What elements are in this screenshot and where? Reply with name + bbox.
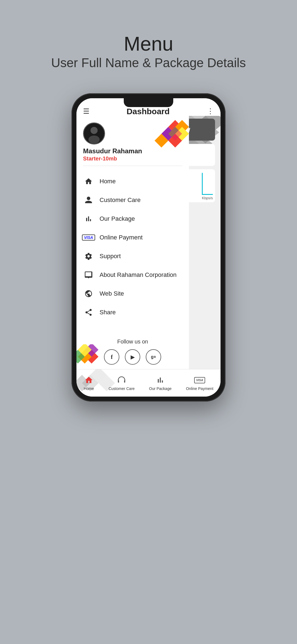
menu-item-share[interactable]: Share <box>80 303 186 322</box>
bottom-nav: Home Customer Care Our Package <box>76 369 221 397</box>
follow-title: Follow us on <box>80 339 186 345</box>
about-icon <box>83 269 94 280</box>
phone-frame: ☰ Dashboard ⋮ <box>72 93 226 402</box>
diamond-pattern-bottom <box>76 344 104 369</box>
online-payment-label: Online Payment <box>100 234 143 241</box>
menu-item-home[interactable]: Home <box>80 172 186 191</box>
nav-online-payment-icon: VISA <box>194 375 205 385</box>
youtube-button[interactable]: ▶ <box>125 349 140 365</box>
share-label: Share <box>100 309 116 316</box>
online-payment-icon: VISA <box>83 232 94 243</box>
nav-item-customer-care[interactable]: Customer Care <box>109 375 135 391</box>
customer-care-icon <box>83 195 94 206</box>
facebook-icon: f <box>111 353 113 361</box>
page-title: Menu User Full Name & Package Details <box>51 33 246 71</box>
nav-online-payment-label: Online Payment <box>186 386 213 391</box>
hamburger-icon[interactable]: ☰ <box>83 107 89 116</box>
nav-home-icon <box>84 375 94 385</box>
google-plus-icon: g+ <box>151 354 156 359</box>
profile-divider <box>83 166 182 166</box>
phone-notch <box>124 98 173 107</box>
svg-point-8 <box>90 127 98 134</box>
share-icon <box>83 307 94 318</box>
menu-item-website[interactable]: Web Site <box>80 284 186 303</box>
follow-section: Follow us on f ▶ g+ <box>76 334 189 369</box>
menu-item-support[interactable]: Support <box>80 247 186 266</box>
nav-item-online-payment[interactable]: VISA Online Payment <box>186 375 213 391</box>
nav-customer-care-icon <box>116 375 127 385</box>
nav-item-home[interactable]: Home <box>84 375 94 391</box>
avatar <box>83 122 105 144</box>
menu-drawer: Masudur Rahaman Starter-10mb Home <box>76 116 189 369</box>
nav-our-package-icon <box>155 375 166 385</box>
more-icon[interactable]: ⋮ <box>207 107 214 116</box>
phone-screen: ☰ Dashboard ⋮ <box>76 98 221 397</box>
support-icon <box>83 251 94 262</box>
screen-body: ow 📶 ad Kbps/s <box>76 116 221 369</box>
screen-title: Dashboard <box>127 107 170 116</box>
menu-item-online-payment[interactable]: VISA Online Payment <box>80 228 186 247</box>
youtube-icon: ▶ <box>131 354 135 360</box>
our-package-label: Our Package <box>100 215 135 222</box>
nav-our-package-label: Our Package <box>149 386 172 391</box>
facebook-button[interactable]: f <box>104 349 119 365</box>
menu-item-about[interactable]: About Rahaman Corporation <box>80 266 186 284</box>
svg-point-9 <box>89 135 100 144</box>
support-label: Support <box>100 253 121 260</box>
website-label: Web Site <box>100 290 124 297</box>
nav-home-label: Home <box>84 386 94 391</box>
profile-row <box>83 122 182 144</box>
our-package-icon <box>83 213 94 224</box>
menu-item-customer-care[interactable]: Customer Care <box>80 191 186 209</box>
home-label: Home <box>100 178 116 185</box>
nav-item-our-package[interactable]: Our Package <box>149 375 172 391</box>
diamond-logo <box>153 119 189 149</box>
menu-items-list: Home Customer Care <box>76 172 189 334</box>
customer-care-label: Customer Care <box>100 197 141 204</box>
user-package: Starter-10mb <box>83 155 182 162</box>
home-icon <box>83 176 94 187</box>
google-plus-button[interactable]: g+ <box>146 349 161 365</box>
user-profile: Masudur Rahaman Starter-10mb <box>76 116 189 172</box>
website-icon <box>83 288 94 299</box>
menu-item-our-package[interactable]: Our Package <box>80 209 186 228</box>
nav-customer-care-label: Customer Care <box>109 386 135 391</box>
about-label: About Rahaman Corporation <box>100 271 177 279</box>
